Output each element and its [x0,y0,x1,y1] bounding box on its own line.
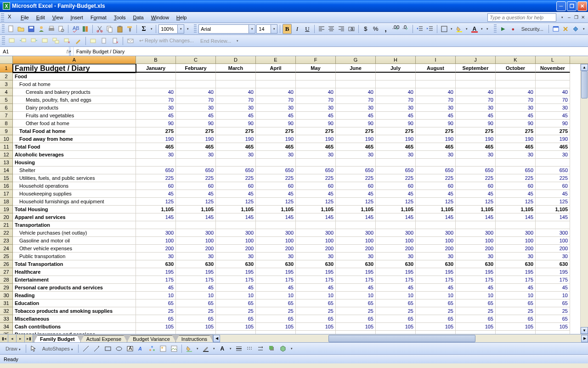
cell[interactable]: Family Budget / Diary [13,64,136,73]
cell[interactable]: 300 [256,229,296,237]
print-preview-button[interactable] [57,24,66,34]
cell[interactable]: 125 [216,198,256,206]
cell[interactable]: 300 [216,229,256,237]
cell[interactable]: 25 [536,307,570,315]
menu-help[interactable]: Help [173,13,191,22]
maximize-button[interactable]: ❐ [567,1,577,11]
menu-tools[interactable]: Tools [110,13,130,22]
cell[interactable]: 190 [176,135,216,143]
cell[interactable]: 60 [456,182,496,190]
cell[interactable]: 65 [136,315,176,323]
cell[interactable]: 40 [416,88,456,96]
cell[interactable]: 25 [176,307,216,315]
cell[interactable]: 100 [136,237,176,245]
cell[interactable] [456,73,496,80]
cell[interactable]: 125 [176,198,216,206]
cell[interactable]: 465 [496,143,536,151]
cell[interactable]: 275 [456,127,496,135]
cell[interactable]: 125 [136,198,176,206]
cell[interactable]: 300 [496,229,536,237]
cell[interactable] [336,331,376,334]
fill-color-button-2[interactable] [184,344,194,354]
cell[interactable]: 650 [456,167,496,174]
3d-button[interactable] [278,344,288,354]
cell[interactable]: 630 [336,260,376,268]
cell[interactable]: August [416,64,456,73]
row-header[interactable]: 25 [0,253,13,260]
column-header[interactable]: L [536,56,570,63]
cell[interactable]: 60 [496,182,536,190]
cell[interactable]: September [456,64,496,73]
cell[interactable]: 30 [216,151,256,159]
cell[interactable]: 100 [496,237,536,245]
cell[interactable]: 45 [536,112,570,120]
row-header[interactable]: 7 [0,112,13,120]
cell[interactable]: 200 [496,245,536,253]
cell[interactable]: 30 [136,151,176,159]
cell[interactable] [216,221,256,229]
cell[interactable]: 10 [416,292,456,299]
cell[interactable]: 630 [296,260,336,268]
dash-style-button[interactable] [245,344,255,354]
cell[interactable]: 45 [376,284,416,292]
cell[interactable]: March [216,64,256,73]
cell[interactable]: 30 [336,253,376,260]
copy-button[interactable] [105,24,114,34]
cell[interactable]: 300 [456,229,496,237]
cell[interactable] [416,80,456,88]
hscroll-thumb[interactable] [328,335,475,342]
sheet-tab[interactable]: Actual Expense [80,335,127,342]
cell[interactable]: 45 [136,112,176,120]
tab-prev-button[interactable]: ◂ [8,334,17,342]
doc-minimize-button[interactable]: – [566,14,572,21]
cell[interactable]: 650 [336,167,376,174]
cell[interactable]: 45 [336,284,376,292]
cell[interactable]: 630 [136,260,176,268]
font-combo[interactable] [198,24,255,34]
cell[interactable]: 175 [176,276,216,284]
cell[interactable]: 190 [456,135,496,143]
cell[interactable]: 225 [336,174,376,182]
cell[interactable]: 90 [216,120,256,127]
cell[interactable]: 225 [496,174,536,182]
draw-menu[interactable]: Draw [3,346,23,351]
cell[interactable]: 65 [496,315,536,323]
cell[interactable]: 190 [216,135,256,143]
cell[interactable]: 65 [416,299,456,307]
cell[interactable]: 30 [496,104,536,112]
cell[interactable] [376,73,416,80]
reply-changes-button[interactable]: ↩ Reply with Changes... [136,38,197,44]
cell[interactable]: 65 [496,299,536,307]
cell[interactable]: 30 [336,104,376,112]
cell[interactable]: 145 [296,213,336,221]
cell[interactable]: 145 [536,213,570,221]
cell[interactable]: 45 [536,190,570,198]
cell[interactable]: 650 [176,167,216,174]
cell[interactable]: 125 [376,198,416,206]
cell[interactable]: 65 [176,315,216,323]
cell[interactable] [376,159,416,167]
row-header[interactable]: 28 [0,276,13,284]
cell[interactable] [296,80,336,88]
cell[interactable]: 195 [296,268,336,276]
cell[interactable]: 125 [536,198,570,206]
tab-last-button[interactable]: ▸▮ [25,334,33,342]
cell[interactable]: 275 [416,127,456,135]
row-header[interactable]: 20 [0,213,13,221]
cell[interactable]: 275 [136,127,176,135]
column-header[interactable]: J [456,56,496,63]
cell[interactable]: 225 [376,174,416,182]
show-all-comments-button[interactable] [51,36,61,46]
cell[interactable]: 25 [136,307,176,315]
column-header[interactable]: E [256,56,296,63]
cell[interactable]: 45 [296,112,336,120]
cell[interactable]: 630 [536,260,570,268]
cell[interactable]: 300 [536,229,570,237]
cell[interactable]: 30 [456,151,496,159]
cell[interactable]: 225 [456,174,496,182]
cell[interactable]: 200 [456,245,496,253]
cell[interactable]: 45 [216,112,256,120]
cell[interactable]: Alcoholic beverages [13,151,136,159]
cell[interactable]: 45 [296,190,336,198]
fill-dd[interactable] [195,344,200,354]
